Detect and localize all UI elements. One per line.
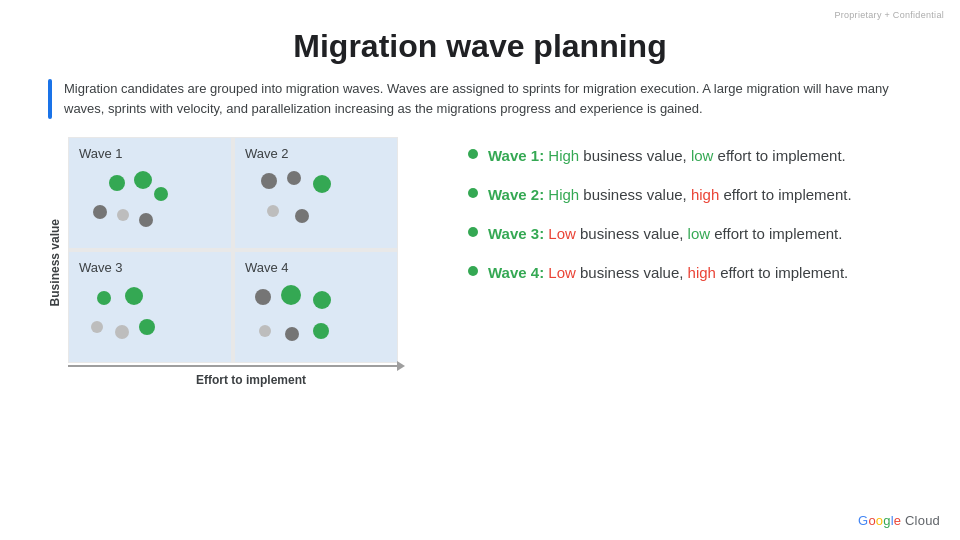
wave2-label: Wave 2 <box>245 146 387 161</box>
legend-bullet-wave2 <box>468 188 478 198</box>
description-area: Migration candidates are grouped into mi… <box>48 79 912 119</box>
wave1-title: Wave 1: <box>488 147 544 164</box>
wave1-dots <box>79 167 221 239</box>
wave3-box: Wave 3 <box>69 252 231 362</box>
dot <box>295 209 309 223</box>
wave2-title: Wave 2: <box>488 186 544 203</box>
dot <box>97 291 111 305</box>
dot <box>125 287 143 305</box>
content-area: Business value Wave 1 <box>48 137 912 387</box>
chart-container: Business value Wave 1 <box>48 137 428 387</box>
wave2-dots <box>245 167 387 239</box>
legend-text-wave3: Wave 3: Low business value, low effort t… <box>488 223 842 244</box>
wave4-dots <box>245 281 387 353</box>
legend-text-wave1: Wave 1: High business value, low effort … <box>488 145 846 166</box>
legend-area: Wave 1: High business value, low effort … <box>468 137 912 283</box>
legend-text-wave4: Wave 4: Low business value, high effort … <box>488 262 848 283</box>
legend-item-wave2: Wave 2: High business value, high effort… <box>468 184 912 205</box>
page-title: Migration wave planning <box>0 0 960 79</box>
legend-text-wave2: Wave 2: High business value, high effort… <box>488 184 852 205</box>
legend-item-wave4: Wave 4: Low business value, high effort … <box>468 262 912 283</box>
wave2-box: Wave 2 <box>235 138 397 248</box>
wave-grid: Wave 1 Wave 2 <box>68 137 398 363</box>
y-axis-label: Business value <box>48 219 62 306</box>
wave3-dots <box>79 281 221 353</box>
dot <box>93 205 107 219</box>
wave3-title: Wave 3: <box>488 225 544 242</box>
dot <box>313 175 331 193</box>
dot <box>139 319 155 335</box>
accent-bar <box>48 79 52 119</box>
description-text: Migration candidates are grouped into mi… <box>64 79 912 119</box>
dot <box>261 173 277 189</box>
wave3-label: Wave 3 <box>79 260 221 275</box>
dot <box>259 325 271 337</box>
proprietary-label: Proprietary + Confidential <box>834 10 944 20</box>
dot <box>109 175 125 191</box>
dot <box>313 323 329 339</box>
dot <box>139 213 153 227</box>
legend-bullet-wave1 <box>468 149 478 159</box>
legend-item-wave3: Wave 3: Low business value, low effort t… <box>468 223 912 244</box>
dot <box>313 291 331 309</box>
wave4-label: Wave 4 <box>245 260 387 275</box>
dot <box>117 209 129 221</box>
legend-bullet-wave3 <box>468 227 478 237</box>
google-cloud-logo: Google Cloud <box>858 513 940 528</box>
dot <box>281 285 301 305</box>
x-axis-label: Effort to implement <box>86 373 416 387</box>
dot <box>287 171 301 185</box>
dot <box>134 171 152 189</box>
dot <box>115 325 129 339</box>
wave4-box: Wave 4 <box>235 252 397 362</box>
dot <box>255 289 271 305</box>
dot <box>154 187 168 201</box>
dot <box>267 205 279 217</box>
dot <box>91 321 103 333</box>
wave1-box: Wave 1 <box>69 138 231 248</box>
dot <box>285 327 299 341</box>
legend-item-wave1: Wave 1: High business value, low effort … <box>468 145 912 166</box>
legend-bullet-wave4 <box>468 266 478 276</box>
wave4-title: Wave 4: <box>488 264 544 281</box>
wave1-label: Wave 1 <box>79 146 221 161</box>
